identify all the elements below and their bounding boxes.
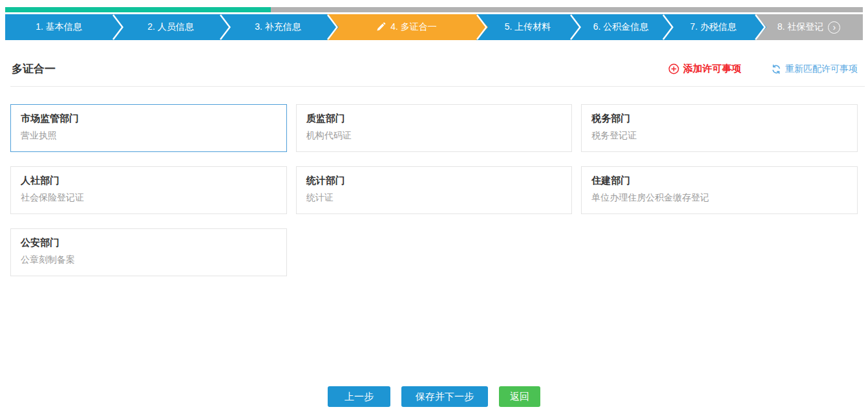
step-label: 6. 公积金信息 [593, 21, 649, 33]
card-department: 市场监管部门 [21, 113, 277, 125]
header-actions: 添加许可事项 重新匹配许可事项 [668, 63, 858, 75]
step-7-tax-info[interactable]: 7. 办税信息 [662, 14, 767, 40]
card-department: 人社部门 [21, 175, 277, 187]
card-market-regulation[interactable]: 市场监管部门 营业执照 [10, 104, 287, 152]
step-wizard: 1. 基本信息 2. 人员信息 3. 补充信息 4. 多证合一 5. 上传材料 … [5, 14, 863, 40]
card-tax-department[interactable]: 税务部门 税务登记证 [581, 104, 858, 152]
card-certificate: 社会保险登记证 [21, 192, 277, 204]
card-certificate: 税务登记证 [591, 130, 847, 142]
card-certificate: 公章刻制备案 [21, 254, 277, 266]
pencil-icon [376, 22, 386, 32]
page-title: 多证合一 [12, 61, 56, 76]
save-and-next-button[interactable]: 保存并下一步 [401, 386, 488, 407]
step-8-social-security[interactable]: 8. 社保登记 › [755, 14, 863, 40]
card-certificate: 单位办理住房公积金缴存登记 [591, 192, 847, 204]
rematch-license-label: 重新匹配许可事项 [785, 63, 858, 75]
card-statistics[interactable]: 统计部门 统计证 [296, 166, 573, 214]
previous-step-button[interactable]: 上一步 [328, 386, 390, 407]
plus-circle-icon [668, 63, 679, 74]
card-certificate: 统计证 [306, 192, 562, 204]
step-label: 8. 社保登记 [778, 21, 824, 33]
card-department: 住建部门 [591, 175, 847, 187]
back-button[interactable]: 返回 [499, 386, 540, 407]
section-header: 多证合一 添加许可事项 重新匹配许可事项 [12, 61, 858, 76]
step-label: 7. 办税信息 [690, 21, 737, 33]
card-department: 税务部门 [591, 113, 847, 125]
card-department: 统计部门 [306, 175, 562, 187]
step-label: 1. 基本信息 [36, 21, 82, 33]
progress-bar [5, 7, 863, 12]
step-label: 2. 人员信息 [147, 21, 194, 33]
card-department: 公安部门 [21, 237, 277, 249]
card-housing-construction[interactable]: 住建部门 单位办理住房公积金缴存登记 [581, 166, 858, 214]
add-license-item-link[interactable]: 添加许可事项 [668, 63, 741, 75]
card-human-resources[interactable]: 人社部门 社会保险登记证 [10, 166, 287, 214]
step-label: 5. 上传材料 [505, 21, 551, 33]
step-2-personnel-info[interactable]: 2. 人员信息 [112, 14, 231, 40]
step-label: 4. 多证合一 [390, 21, 437, 33]
card-public-security[interactable]: 公安部门 公章刻制备案 [10, 228, 287, 276]
refresh-icon [771, 64, 781, 74]
step-6-provident-fund-info[interactable]: 6. 公积金信息 [570, 14, 674, 40]
card-certificate: 机构代码证 [306, 130, 562, 142]
card-department: 质监部门 [306, 113, 562, 125]
card-quality-supervision[interactable]: 质监部门 机构代码证 [296, 104, 573, 152]
step-4-multi-certificate-active[interactable]: 4. 多证合一 [327, 14, 488, 40]
header-divider [10, 86, 865, 87]
card-certificate: 营业执照 [21, 130, 277, 142]
step-3-supplementary-info[interactable]: 3. 补充信息 [220, 14, 339, 40]
step-1-basic-info[interactable]: 1. 基本信息 [5, 14, 124, 40]
progress-fill [5, 7, 271, 12]
add-license-item-label: 添加许可事项 [683, 63, 741, 75]
step-5-upload-materials[interactable]: 5. 上传材料 [476, 14, 582, 40]
rematch-license-link[interactable]: 重新匹配许可事项 [771, 63, 858, 75]
footer-actions: 上一步 保存并下一步 返回 [0, 386, 868, 407]
certificate-card-grid: 市场监管部门 营业执照 质监部门 机构代码证 税务部门 税务登记证 人社部门 社… [10, 104, 858, 276]
chevron-right-circle-icon[interactable]: › [828, 21, 840, 34]
step-label: 3. 补充信息 [255, 21, 301, 33]
